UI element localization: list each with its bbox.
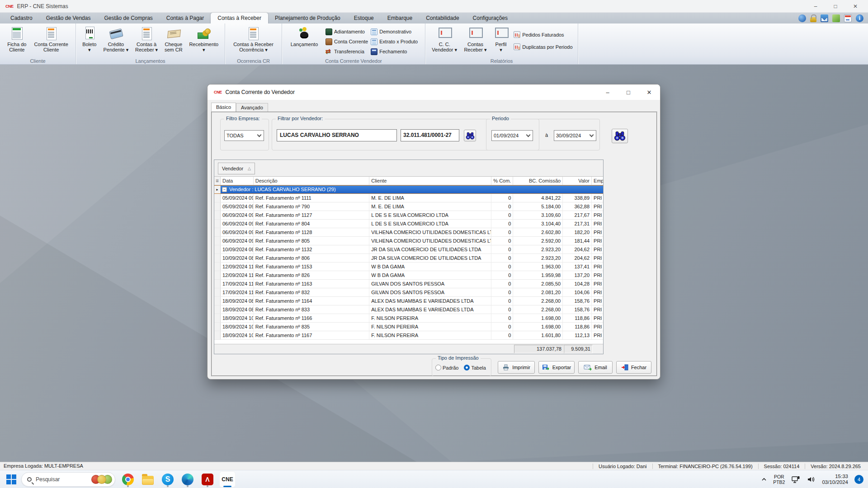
column-header-com[interactable]: % Com. (491, 177, 514, 185)
tray-chevron-up-icon[interactable] (761, 478, 767, 481)
network-icon[interactable] (791, 476, 800, 483)
table-row[interactable]: 18/09/2024 10Ref. Faturamento nº 1166F. … (214, 314, 603, 323)
ribbon-conta-corrente-button[interactable]: Conta Corrente (326, 37, 368, 46)
menu-tab-estoque[interactable]: Estoque (347, 13, 381, 23)
taskbar-acrobat[interactable]: Λ (199, 471, 216, 488)
dialog-close-button[interactable]: ✕ (643, 89, 656, 96)
notification-badge[interactable]: 4 (854, 475, 863, 484)
group-by-vendedor-tab[interactable]: Vendedor △ (218, 163, 255, 174)
window-close-button[interactable]: ✕ (845, 0, 865, 13)
ribbon-extrato-x-produto-button[interactable]: Extrato x Produto (371, 37, 418, 46)
table-row[interactable]: 18/09/2024 10Ref. Faturamento nº 1167F. … (214, 331, 603, 340)
window-maximize-button[interactable]: □ (826, 0, 845, 13)
ribbon-cc-vendedor-button[interactable]: C. C. Vendedor ▾ (430, 24, 458, 57)
tray-clock[interactable]: 15:33 03/10/2024 (822, 474, 848, 485)
taskbar-edge[interactable] (179, 471, 196, 488)
menu-tab-configuracoes[interactable]: Configurações (466, 13, 514, 23)
table-row[interactable]: 17/09/2024 11Ref. Faturamento nº 832GILV… (214, 288, 603, 297)
collapse-group-icon[interactable]: − (222, 187, 227, 192)
date-to-select[interactable]: 30/09/2024 (554, 130, 596, 141)
calendar-icon[interactable] (844, 14, 852, 22)
ribbon-transferencia-button[interactable]: Transferencia (326, 47, 368, 56)
tab-basico[interactable]: Básico (211, 103, 236, 112)
imprimir-button[interactable]: Imprimir (498, 361, 535, 374)
ribbon-demonstrativo-button[interactable]: Demonstrativo (371, 27, 418, 36)
menu-tab-gestao-de-vendas[interactable]: Gestão de Vendas (39, 13, 98, 23)
ribbon-cheque-sem-cr-button[interactable]: Cheque sem CR (163, 24, 184, 57)
date-from-select[interactable]: 01/09/2024 (491, 130, 533, 141)
table-row[interactable]: 10/09/2024 08Ref. Faturamento nº 1132JR … (214, 245, 603, 254)
column-header-data[interactable]: Data (221, 177, 254, 185)
ribbon-credito-pendente-button[interactable]: Crédito Pendente ▾ (102, 24, 130, 57)
taskbar-search[interactable]: Pesquisar (21, 472, 115, 487)
column-header-emp[interactable]: Emp (592, 177, 603, 185)
menu-tab-contas-a-receber[interactable]: Contas à Receber (211, 13, 268, 23)
ribbon-recebimento-button[interactable]: Recebimento ▾ (188, 24, 220, 57)
ribbon-perfil-button[interactable]: Perfil ▾ (492, 24, 509, 57)
table-row[interactable]: 12/09/2024 11Ref. Faturamento nº 1153W B… (214, 263, 603, 271)
taskbar-cne-erp[interactable]: CNE (219, 471, 236, 488)
menu-tab-cadastro[interactable]: Cadastro (4, 13, 39, 23)
globe-icon[interactable] (798, 14, 806, 22)
table-row[interactable]: 18/09/2024 10Ref. Faturamento nº 835F. N… (214, 323, 603, 331)
table-row[interactable]: 18/09/2024 08Ref. Faturamento nº 833ALEX… (214, 305, 603, 314)
ribbon-ficha-do-cliente-button[interactable]: Ficha do Cliente (6, 24, 28, 57)
window-minimize-button[interactable]: – (806, 0, 826, 13)
ribbon-lancamento-button[interactable]: Lançamento (289, 24, 320, 57)
dialog-minimize-button[interactable]: – (601, 89, 614, 96)
table-row[interactable]: 06/09/2024 09Ref. Faturamento nº 1128VIL… (214, 228, 603, 237)
vendedor-input[interactable]: LUCAS CARVALHO SERRANO (277, 129, 397, 141)
vendedor-cnpj-field[interactable]: 32.011.481/0001-27 (401, 129, 459, 141)
taskbar-file-explorer[interactable] (140, 471, 156, 488)
ribbon-contas-a-receber-button[interactable]: Contas à Receber ▾ (134, 24, 159, 57)
fechar-button[interactable]: Fechar (616, 361, 651, 374)
radio-padrao[interactable]: Padrão (435, 365, 458, 371)
taskbar-skype[interactable]: S (160, 471, 176, 488)
tab-avancado[interactable]: Avançado (236, 103, 268, 112)
column-header-cliente[interactable]: Cliente (369, 177, 491, 185)
row-selector-header[interactable]: ≣ (214, 177, 221, 185)
grid-group-row[interactable]: ▸ − Vendedor : LUCAS CARVALHO SERRANO (2… (214, 185, 603, 194)
ribbon-boleto-button[interactable]: Boleto ▾ (81, 24, 98, 57)
email-button[interactable]: Email (578, 361, 613, 374)
exportar-button[interactable]: Exportar (538, 361, 575, 374)
menu-tab-embarque[interactable]: Embarque (381, 13, 419, 23)
ribbon-conta-corrente-cliente-button[interactable]: Conta Corrente Cliente (33, 24, 70, 57)
start-button-icon[interactable] (6, 474, 17, 485)
speaker-icon[interactable] (807, 476, 816, 483)
row-indicator (214, 237, 221, 245)
menu-tab-contabilidade[interactable]: Contabilidade (419, 13, 466, 23)
lock-icon[interactable] (810, 17, 816, 22)
table-row[interactable]: 06/09/2024 09Ref. Faturamento nº 804L DE… (214, 220, 603, 228)
column-header-descricao[interactable]: Descrição (254, 177, 369, 185)
ribbon-fechamento-button[interactable]: Fechamento (371, 47, 418, 56)
menu-tab-contas-a-pagar[interactable]: Contas à Pagar (160, 13, 211, 23)
ribbon-contas-a-receber-ocorrencia-button[interactable]: Contas à Receber Ocorrência ▾ (232, 24, 275, 57)
table-row[interactable]: 05/09/2024 09Ref. Faturamento nº 1111M. … (214, 194, 603, 202)
info-icon[interactable] (856, 14, 863, 22)
table-row[interactable]: 06/09/2024 09Ref. Faturamento nº 805VILH… (214, 237, 603, 245)
table-row[interactable]: 12/09/2024 11Ref. Faturamento nº 826W B … (214, 271, 603, 280)
table-row[interactable]: 05/09/2024 09Ref. Faturamento nº 790M. E… (214, 202, 603, 211)
image-icon[interactable] (821, 14, 828, 22)
tray-language[interactable]: POR PTB2 (773, 474, 785, 485)
dialog-maximize-button[interactable]: □ (622, 89, 635, 96)
vendedor-search-button[interactable] (464, 130, 476, 141)
taskbar-chrome[interactable] (120, 471, 136, 488)
money-icon[interactable] (832, 14, 840, 22)
ribbon-adiantamento-button[interactable]: Adiantamento (326, 27, 368, 36)
ribbon-contas-receber-relatorio-button[interactable]: Contas Receber ▾ (462, 24, 488, 57)
menu-tab-gestao-de-compras[interactable]: Gestão de Compras (97, 13, 159, 23)
column-header-bc-comissao[interactable]: BC. Comissão (513, 177, 563, 185)
periodo-search-button[interactable] (612, 129, 628, 143)
ribbon-pedidos-faturados-button[interactable]: Pedidos Faturados (514, 31, 572, 38)
ribbon-duplicatas-por-periodo-button[interactable]: Duplicatas por Periodo (514, 43, 572, 50)
table-row[interactable]: 10/09/2024 08Ref. Faturamento nº 806JR D… (214, 254, 603, 263)
table-row[interactable]: 17/09/2024 11Ref. Faturamento nº 1163GIL… (214, 280, 603, 288)
table-row[interactable]: 18/09/2024 08Ref. Faturamento nº 1164ALE… (214, 297, 603, 305)
column-header-valor[interactable]: Valor (563, 177, 592, 185)
menu-tab-planejamento-de-producao[interactable]: Planejamento de Produção (268, 13, 347, 23)
table-row[interactable]: 06/09/2024 09Ref. Faturamento nº 1127L D… (214, 211, 603, 220)
radio-tabela[interactable]: Tabela (464, 365, 486, 371)
empresa-select[interactable]: TODAS (224, 130, 264, 141)
